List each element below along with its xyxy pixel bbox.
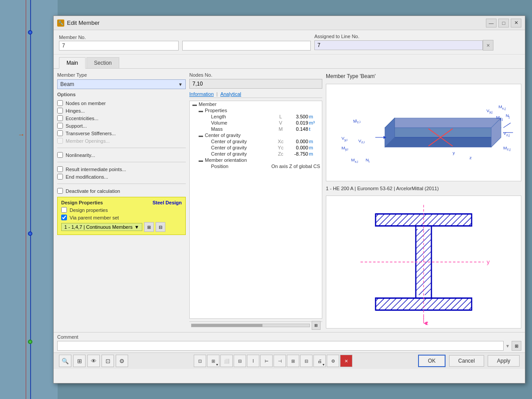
member-type-section: Member Type Beam ▼ (57, 72, 186, 89)
tree-toggle-member[interactable]: ▬ (192, 102, 198, 107)
member-set-icon-btn2[interactable]: ⊟ (156, 222, 165, 232)
member-set-icon-btn1[interactable]: ⊞ (144, 222, 154, 232)
arrow-indicator: → (18, 131, 25, 139)
member-set-dropdown[interactable]: 1 - 1,4,7 | Continuous Members ▼ (61, 223, 142, 231)
diagram-tool-btn1[interactable]: ⊡ (194, 355, 206, 367)
comment-action-button[interactable]: ⊞ (512, 341, 521, 351)
maximize-button[interactable]: □ (498, 19, 509, 27)
svg-line-59 (419, 282, 431, 295)
diagram-tool-btn8[interactable]: ⊞ (287, 355, 299, 367)
svg-line-34 (409, 214, 421, 226)
horizontal-scrollbar[interactable] (191, 324, 310, 327)
info-tab-sep: | (216, 91, 218, 97)
dialog-title: Edit Member (67, 20, 486, 26)
cancel-button[interactable]: Cancel (449, 355, 484, 367)
assigned-clear-button[interactable]: ✕ (483, 40, 493, 51)
tree-key-length: L (276, 114, 285, 119)
minimize-button[interactable]: — (486, 19, 497, 27)
svg-text:Vy,i: Vy,i (341, 136, 348, 141)
tree-spacer-cogy (204, 145, 210, 150)
member-set-row: 1 - 1,4,7 | Continuous Members ▼ ⊞ ⊟ (61, 222, 182, 232)
deactivate-checkbox[interactable] (57, 188, 63, 194)
svg-line-40 (445, 214, 457, 226)
option-deactivate: Deactivate for calculation (57, 188, 186, 194)
svg-line-70 (397, 298, 409, 310)
toolbar-btn-search[interactable]: 🔍 (59, 355, 71, 367)
nonlinearity-checkbox[interactable] (57, 152, 63, 158)
toolbar-btn-grid[interactable]: ⊞ (73, 355, 86, 367)
design-properties-checkbox[interactable] (61, 207, 67, 213)
assigned-input[interactable] (314, 40, 483, 50)
middle-field-group (182, 35, 311, 51)
tab-section[interactable]: Section (86, 57, 119, 68)
eccentricities-checkbox[interactable] (57, 115, 63, 121)
member-openings-label: Member Openings... (66, 138, 110, 144)
grid-icon-button[interactable]: ⊞ (312, 321, 321, 330)
diagram-tool-btn7[interactable]: ⊣ (274, 355, 286, 367)
via-parent-checkbox[interactable] (61, 215, 67, 220)
diagram-tool-btn12[interactable]: ✕ (340, 355, 352, 367)
comment-input[interactable] (57, 341, 504, 351)
nodes-no-label: Nodes No. (189, 72, 322, 78)
diagram-tool-btn4[interactable]: ⊟ (234, 355, 246, 367)
apply-button[interactable]: Apply (488, 355, 520, 367)
toolbar-btn-eye[interactable]: 👁 (87, 355, 100, 367)
tree-row-cogz: Center of gravity Zc -8.750 m (190, 151, 322, 157)
design-props-tag: Steel Design (153, 200, 182, 205)
svg-line-38 (433, 214, 445, 226)
section-label-text: 1 - HE 200 A | Euronorm 53-62 | ArcelorM… (326, 185, 521, 192)
option-nodes-on-member: Nodes on member (57, 100, 186, 106)
svg-line-74 (421, 298, 433, 310)
ok-button[interactable]: OK (418, 355, 445, 367)
top-fields-row: Member No. Assigned to Line No. ✕ (54, 30, 525, 55)
nonlinearity-label: Nonlinearity... (66, 153, 95, 158)
member-no-input[interactable] (59, 41, 179, 51)
tree-unit-cogz: m (309, 151, 320, 156)
right-panel: Member Type 'Beam' (326, 72, 521, 329)
toolbar-btn-settings[interactable]: ⚙ (116, 355, 128, 367)
tabs-row: Main Section (54, 55, 525, 69)
design-properties-box: Design Properties Steel Design Design pr… (57, 197, 186, 235)
scroll-bar-area: ⊞ (189, 321, 322, 329)
svg-text:Mz,i: Mz,i (353, 118, 361, 125)
tree-toggle-cog[interactable]: ▬ (198, 133, 204, 138)
diagram-tool-btn2[interactable]: ⊞▼ (207, 355, 219, 367)
tree-label-orientation: Member orientation (205, 157, 320, 163)
diagram-tool-btn5[interactable]: I (247, 355, 259, 367)
tree-val-cogx: 0.000 (286, 139, 308, 144)
tree-spacer-position (204, 164, 210, 169)
diagram-tool-btn6[interactable]: ⊢ (260, 355, 273, 367)
info-tab-information[interactable]: Information (189, 91, 214, 97)
svg-text:Mx,i: Mx,i (351, 157, 358, 163)
diagram-tool-btn11[interactable]: ⚙ (327, 355, 339, 367)
svg-line-78 (445, 298, 457, 310)
diagram-tool-btn10[interactable]: 🖨▼ (313, 355, 326, 367)
toolbar-btn-view[interactable]: ⊡ (102, 355, 114, 367)
svg-line-35 (415, 214, 426, 226)
tree-toggle-properties[interactable]: ▬ (198, 108, 204, 113)
info-tab-analytical[interactable]: Analytical (220, 91, 241, 97)
svg-line-60 (425, 289, 431, 295)
transverse-stiffeners-label: Transverse Stiffeners... (66, 131, 116, 136)
transverse-stiffeners-checkbox[interactable] (57, 130, 63, 136)
diagram-tool-btn3[interactable]: ⬜ (220, 355, 233, 367)
eccentricities-label: Eccentricities... (66, 116, 98, 121)
tree-spacer-mass (204, 127, 210, 132)
nodes-on-member-checkbox[interactable] (57, 100, 63, 106)
nodes-no-input[interactable] (189, 79, 322, 89)
end-modifications-checkbox[interactable] (57, 174, 63, 180)
middle-field-input[interactable] (182, 41, 311, 51)
tab-main[interactable]: Main (59, 57, 86, 69)
support-checkbox[interactable] (57, 123, 63, 129)
via-parent-row: Via parent member set (61, 215, 182, 220)
hinges-checkbox[interactable] (57, 108, 63, 113)
close-button[interactable]: ✕ (511, 19, 521, 27)
member-type-dropdown[interactable]: Beam ▼ (57, 79, 186, 89)
tree-row-position: Position On axis Z of global CS (190, 163, 322, 169)
diagram-tool-btn9[interactable]: ⊟ (300, 355, 313, 367)
nodes-section: Nodes No. (189, 72, 322, 89)
result-intermediate-checkbox[interactable] (57, 166, 63, 172)
tree-toggle-orientation[interactable]: ▬ (198, 158, 204, 163)
svg-text:z: z (426, 320, 429, 326)
option-support: Support... (57, 122, 186, 129)
